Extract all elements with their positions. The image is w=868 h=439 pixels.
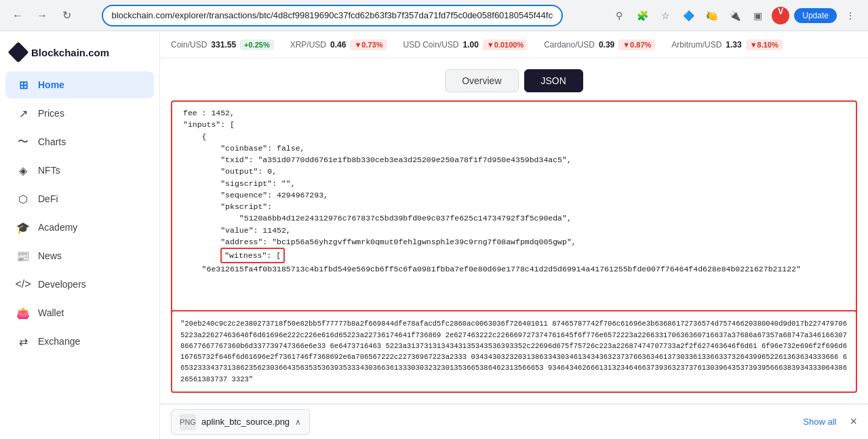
download-bar: PNG aplink_btc_source.png ∧ Show all × xyxy=(160,404,868,439)
home-icon: ⊞ xyxy=(16,78,30,92)
sidebar-item-label-developers: Developers xyxy=(38,279,86,290)
price-ticker: Coin/USD 331.55 +0.25% XRP/USD 0.46 ▼0.7… xyxy=(160,31,868,58)
sidebar-item-developers[interactable]: </> Developers xyxy=(5,271,154,298)
back-button[interactable]: ← xyxy=(8,6,27,25)
ticker-price-coin: 331.55 xyxy=(211,40,236,50)
star-icon[interactable]: ☆ xyxy=(656,6,675,25)
ticker-change-arb: ▼8.10% xyxy=(746,39,783,50)
json-fee: fee : 1452, xyxy=(183,107,845,119)
sidebar-item-defi[interactable]: ⬡ DeFi xyxy=(5,185,154,212)
extensions-icon[interactable]: 🧩 xyxy=(633,6,652,25)
ticker-name-ada: Cardano/USD xyxy=(544,40,595,50)
charts-icon: 〜 xyxy=(16,135,30,149)
ticker-item-xrp: XRP/USD 0.46 ▼0.73% xyxy=(290,39,387,50)
sidebar-item-academy[interactable]: 🎓 Academy xyxy=(5,214,154,241)
show-all-link[interactable]: Show all xyxy=(803,417,836,427)
hex-block: "20eb240c9c2c2e380273718f50e82bb5f77777b… xyxy=(171,310,857,393)
sidebar-item-label-home: Home xyxy=(38,79,64,90)
browser-chrome: ← → ↻ ⚲ 🧩 ☆ 🔷 🍋 🔌 ▣ V Update ⋮ xyxy=(0,0,868,31)
ticker-change-xrp: ▼0.73% xyxy=(350,39,387,50)
sidebar-item-nfts[interactable]: ◈ NFTs xyxy=(5,157,154,184)
sidebar-toggle-icon[interactable]: ▣ xyxy=(748,6,767,25)
ticker-item-ada: Cardano/USD 0.39 ▼0.87% xyxy=(544,39,655,50)
developers-icon: </> xyxy=(16,278,30,291)
logo-diamond-icon xyxy=(7,41,28,62)
ticker-name-usdc: USD Coin/USD xyxy=(403,40,458,50)
browser-icons: ⚲ 🧩 ☆ 🔷 🍋 🔌 ▣ V Update ⋮ xyxy=(610,6,860,25)
ticker-price-usdc: 1.00 xyxy=(463,40,479,50)
lemon-ext-icon[interactable]: 🍋 xyxy=(702,6,721,25)
json-address: "address": "bc1p56a56yhzgvffwmrk0qmut0fe… xyxy=(183,236,845,248)
academy-icon: 🎓 xyxy=(16,221,30,234)
ticker-price-ada: 0.39 xyxy=(599,40,614,50)
json-pkscript-value: "5120a6bb4d12e24312976c767837c5bd39bfd0e… xyxy=(183,212,845,224)
sidebar-item-label-exchange: Exchange xyxy=(38,336,80,347)
update-button[interactable]: Update xyxy=(794,8,837,23)
tab-json[interactable]: JSON xyxy=(524,69,583,92)
logo: Blockchain.com xyxy=(0,37,159,68)
sidebar-item-exchange[interactable]: ⇄ Exchange xyxy=(5,328,154,355)
sidebar-item-label-news: News xyxy=(38,250,62,261)
ticker-name-coin: Coin/USD xyxy=(171,40,207,50)
sidebar-item-prices[interactable]: ↗ Prices xyxy=(5,100,154,127)
ticker-change-ada: ▼0.87% xyxy=(618,39,655,50)
profile-avatar: V xyxy=(772,7,789,24)
ticker-name-arb: Arbitrum/USD xyxy=(671,40,722,50)
json-witness-hex: "6e312615fa4f0b3185713c4b1fbd549e569cb6f… xyxy=(183,263,845,275)
app-layout: Blockchain.com ⊞ Home ↗ Prices 〜 Charts … xyxy=(0,31,868,439)
sidebar: Blockchain.com ⊞ Home ↗ Prices 〜 Charts … xyxy=(0,31,160,439)
ticker-item-usdc: USD Coin/USD 1.00 ▼0.0100% xyxy=(403,39,528,50)
sidebar-item-wallet[interactable]: 👛 Wallet xyxy=(5,299,154,326)
json-inputs: "inputs": [ xyxy=(183,119,845,130)
download-chevron-icon: ∧ xyxy=(295,417,301,427)
ticker-name-xrp: XRP/USD xyxy=(290,40,326,50)
sidebar-item-charts[interactable]: 〜 Charts xyxy=(5,128,154,155)
close-download-button[interactable]: × xyxy=(850,415,857,429)
json-pkscript-label: "pkscript": xyxy=(183,201,845,212)
sidebar-item-label-wallet: Wallet xyxy=(38,307,64,318)
witness-highlight: "witness": [ xyxy=(220,248,285,263)
tab-overview[interactable]: Overview xyxy=(445,69,518,92)
json-value: "value": 11452, xyxy=(183,225,845,236)
address-bar[interactable] xyxy=(102,5,563,26)
sidebar-item-label-prices: Prices xyxy=(38,108,64,119)
ticker-price-arb: 1.33 xyxy=(726,40,741,50)
json-open-brace: { xyxy=(183,131,845,142)
json-sigscript: "sigscript": "", xyxy=(183,178,845,189)
json-txid: "txid": "a351d0770dd6761e1fb8b330ceb3ea3… xyxy=(183,154,845,166)
refresh-button[interactable]: ↻ xyxy=(57,6,76,25)
news-icon: 📰 xyxy=(16,249,30,263)
nfts-icon: ◈ xyxy=(16,164,30,177)
sidebar-item-label-academy: Academy xyxy=(38,222,77,233)
search-browser-icon[interactable]: ⚲ xyxy=(610,6,629,25)
content-area: Overview JSON fee : 1452, "inputs": [ { … xyxy=(160,58,868,404)
ticker-item-coin: Coin/USD 331.55 +0.25% xyxy=(171,39,274,50)
sidebar-item-label-defi: DeFi xyxy=(38,193,58,204)
json-output: "output": 0, xyxy=(183,166,845,177)
tabs-row: Overview JSON xyxy=(171,69,857,92)
ticker-change-usdc: ▼0.0100% xyxy=(483,39,528,50)
puzzle-ext-icon[interactable]: 🔌 xyxy=(725,6,744,25)
file-icon: PNG xyxy=(180,414,196,430)
profile-icon-btn[interactable]: V xyxy=(771,6,790,25)
exchange-icon: ⇄ xyxy=(16,335,30,348)
sidebar-item-label-charts: Charts xyxy=(38,136,66,147)
logo-text: Blockchain.com xyxy=(31,47,109,58)
forward-button[interactable]: → xyxy=(33,6,52,25)
main-content: Coin/USD 331.55 +0.25% XRP/USD 0.46 ▼0.7… xyxy=(160,31,868,439)
json-coinbase: "coinbase": false, xyxy=(183,142,845,154)
download-file-name: aplink_btc_source.png xyxy=(201,417,290,427)
blockchain-ext-icon[interactable]: 🔷 xyxy=(679,6,698,25)
ticker-price-xrp: 0.46 xyxy=(330,40,346,50)
ticker-change-coin: +0.25% xyxy=(240,39,274,50)
download-item[interactable]: PNG aplink_btc_source.png ∧ xyxy=(171,409,310,435)
more-options-icon[interactable]: ⋮ xyxy=(841,6,860,25)
browser-bar: ← → ↻ ⚲ 🧩 ☆ 🔷 🍋 🔌 ▣ V Update ⋮ xyxy=(0,0,868,31)
sidebar-item-news[interactable]: 📰 News xyxy=(5,242,154,269)
sidebar-item-home[interactable]: ⊞ Home xyxy=(5,71,154,98)
ticker-item-arb: Arbitrum/USD 1.33 ▼8.10% xyxy=(671,39,782,50)
json-sequence: "sequence": 4294967293, xyxy=(183,189,845,201)
json-witness-label: "witness": [ xyxy=(183,248,845,263)
prices-icon: ↗ xyxy=(16,107,30,120)
defi-icon: ⬡ xyxy=(16,192,30,206)
